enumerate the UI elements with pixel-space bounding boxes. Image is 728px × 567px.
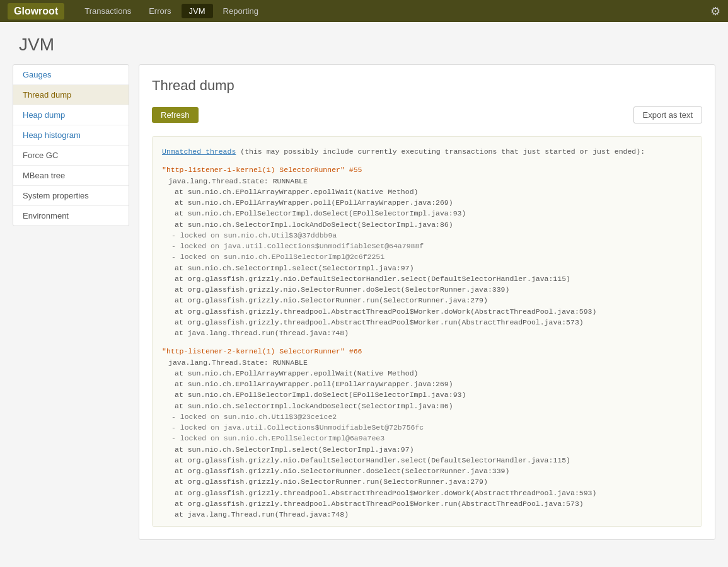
content-title: Thread dump [152,77,702,94]
page-header: JVM [0,22,728,64]
thread-line: at sun.nio.ch.EPollArrayWrapper.poll(EPo… [162,379,692,389]
thread-name: "http-listener-2-kernel(1) SelectorRunne… [162,346,692,357]
thread-line: at sun.nio.ch.SelectorImpl.lockAndDoSele… [162,219,692,230]
navbar-links: Transactions Errors JVM Reporting [77,4,710,18]
sidebar-item-environment[interactable]: Environment [13,206,129,226]
thread-block: "http-listener-2-kernel(1) SelectorRunne… [162,346,692,520]
sidebar-item-system-properties[interactable]: System properties [13,186,129,206]
thread-line: - locked on sun.nio.ch.Util$3@37ddbb9a [162,230,692,241]
thread-line: at org.glassfish.grizzly.threadpool.Abst… [162,317,692,328]
thread-line: at java.lang.Thread.run(Thread.java:748) [162,328,692,338]
thread-line: at sun.nio.ch.SelectorImpl.select(Select… [162,444,692,455]
export-button[interactable]: Export as text [633,106,702,123]
nav-reporting[interactable]: Reporting [216,4,266,18]
toolbar: Refresh Export as text [152,106,702,123]
main-content: Gauges Thread dump Heap dump Heap histog… [0,64,728,540]
sidebar-item-gauges[interactable]: Gauges [13,65,129,85]
thread-line: at sun.nio.ch.SelectorImpl.lockAndDoSele… [162,401,692,411]
thread-state: java.lang.Thread.State: RUNNABLE [162,176,692,186]
sidebar-item-mbean-tree[interactable]: MBean tree [13,166,129,186]
thread-line: at sun.nio.ch.EPollSelectorImpl.doSelect… [162,208,692,219]
thread-line: at org.glassfish.grizzly.nio.SelectorRun… [162,466,692,476]
sidebar-item-heap-histogram[interactable]: Heap histogram [13,125,129,146]
unmatched-header: Unmatched threads (this may possibly inc… [162,147,645,156]
sidebar: Gauges Thread dump Heap dump Heap histog… [13,64,129,226]
thread-line: at sun.nio.ch.SelectorImpl.select(Select… [162,263,692,273]
thread-line: at sun.nio.ch.EPollArrayWrapper.epollWai… [162,368,692,379]
thread-line: at org.glassfish.grizzly.threadpool.Abst… [162,306,692,317]
threads-container: "http-listener-1-kernel(1) SelectorRunne… [162,164,692,527]
nav-transactions[interactable]: Transactions [77,4,139,18]
thread-line: at org.glassfish.grizzly.nio.DefaultSele… [162,273,692,284]
navbar: Glowroot Transactions Errors JVM Reporti… [0,0,728,22]
thread-line: at org.glassfish.grizzly.nio.SelectorRun… [162,284,692,295]
thread-line: at org.glassfish.grizzly.nio.DefaultSele… [162,455,692,466]
nav-jvm[interactable]: JVM [182,4,213,18]
thread-line: at org.glassfish.grizzly.nio.SelectorRun… [162,295,692,306]
gear-icon[interactable]: ⚙ [710,4,720,18]
thread-state: java.lang.Thread.State: RUNNABLE [162,357,692,368]
page-title: JVM [19,35,709,55]
content-panel: Thread dump Refresh Export as text Unmat… [139,64,715,540]
sidebar-item-heap-dump[interactable]: Heap dump [13,105,129,125]
unmatched-description: (this may possibly include currently exe… [236,147,645,156]
thread-line: at org.glassfish.grizzly.threadpool.Abst… [162,498,692,509]
thread-line: - locked on java.util.Collections$Unmodi… [162,241,692,251]
thread-line: at java.lang.Thread.run(Thread.java:748) [162,509,692,520]
thread-line: - locked on sun.nio.ch.EPollSelectorImpl… [162,251,692,262]
thread-name: "http-listener-1-kernel(1) SelectorRunne… [162,164,692,175]
brand[interactable]: Glowroot [8,3,64,20]
thread-line: at sun.nio.ch.EPollArrayWrapper.epollWai… [162,186,692,197]
thread-line: at sun.nio.ch.EPollSelectorImpl.doSelect… [162,389,692,400]
thread-line: at org.glassfish.grizzly.threadpool.Abst… [162,488,692,498]
refresh-button[interactable]: Refresh [152,107,199,123]
unmatched-link[interactable]: Unmatched threads [162,147,236,156]
thread-line: at org.glassfish.grizzly.nio.SelectorRun… [162,476,692,487]
sidebar-item-thread-dump[interactable]: Thread dump [13,85,129,105]
thread-line: - locked on sun.nio.ch.EPollSelectorImpl… [162,433,692,444]
thread-block: "http-listener-1-kernel(1) SelectorRunne… [162,164,692,338]
thread-line: - locked on sun.nio.ch.Util$3@23ce1ce2 [162,411,692,422]
nav-errors[interactable]: Errors [141,4,178,18]
thread-output: Unmatched threads (this may possibly inc… [152,136,702,527]
sidebar-item-force-gc[interactable]: Force GC [13,146,129,166]
thread-line: - locked on java.util.Collections$Unmodi… [162,422,692,433]
thread-line: at sun.nio.ch.EPollArrayWrapper.poll(EPo… [162,197,692,208]
